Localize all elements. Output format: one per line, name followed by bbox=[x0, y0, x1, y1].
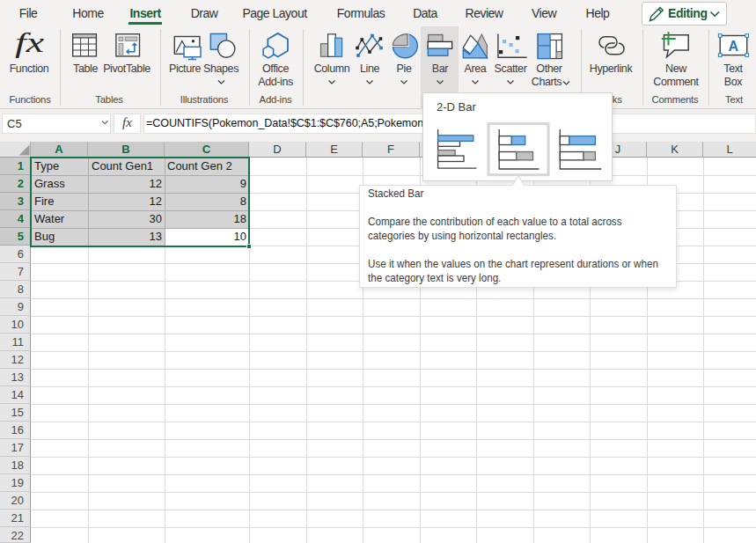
svg-text:A: A bbox=[729, 39, 739, 54]
svg-text:fx: fx bbox=[15, 26, 44, 58]
